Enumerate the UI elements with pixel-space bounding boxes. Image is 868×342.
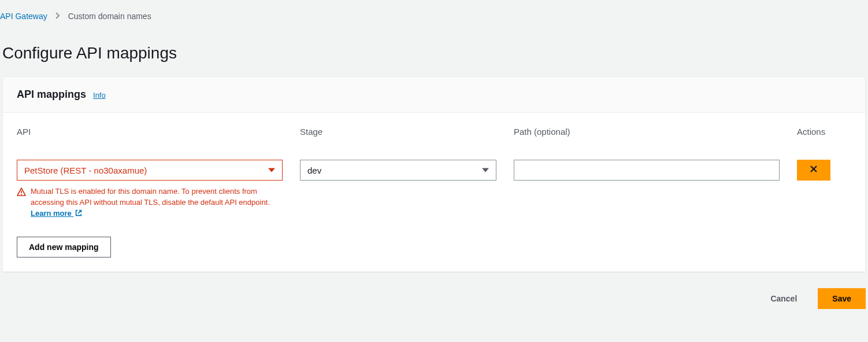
api-select[interactable]: PetStore (REST - no30axamue) bbox=[17, 160, 283, 181]
col-header-stage: Stage bbox=[300, 127, 496, 137]
mtls-warning: Mutual TLS is enabled for this domain na… bbox=[17, 186, 283, 220]
api-mappings-panel: API mappings Info API PetStore (REST - n… bbox=[2, 76, 866, 272]
panel-body: API PetStore (REST - no30axamue) Mut bbox=[3, 113, 865, 271]
path-input[interactable] bbox=[514, 160, 780, 181]
breadcrumb: API Gateway Custom domain names bbox=[0, 0, 868, 27]
column-headers: API PetStore (REST - no30axamue) Mut bbox=[17, 127, 851, 220]
learn-more-link[interactable]: Learn more bbox=[31, 209, 83, 218]
remove-mapping-button[interactable] bbox=[797, 160, 830, 181]
chevron-right-icon bbox=[55, 12, 60, 21]
external-link-icon bbox=[75, 209, 83, 220]
caret-down-icon bbox=[482, 168, 489, 172]
warning-icon bbox=[17, 187, 26, 220]
caret-down-icon bbox=[268, 168, 275, 172]
warning-text-wrap: Mutual TLS is enabled for this domain na… bbox=[31, 186, 283, 220]
page-title: Configure API mappings bbox=[0, 27, 868, 76]
col-header-path: Path (optional) bbox=[514, 127, 780, 137]
info-link[interactable]: Info bbox=[93, 91, 106, 100]
save-button[interactable]: Save bbox=[818, 288, 866, 309]
breadcrumb-current: Custom domain names bbox=[68, 12, 151, 21]
col-header-actions: Actions bbox=[797, 127, 832, 137]
cancel-button[interactable]: Cancel bbox=[759, 288, 808, 309]
stage-select-value: dev bbox=[307, 166, 321, 175]
panel-title: API mappings bbox=[17, 89, 86, 101]
close-icon bbox=[809, 164, 818, 176]
col-header-api: API bbox=[17, 127, 283, 137]
footer-actions: Cancel Save bbox=[0, 272, 868, 325]
svg-line-2 bbox=[79, 210, 81, 213]
stage-select[interactable]: dev bbox=[300, 160, 496, 181]
breadcrumb-root-link[interactable]: API Gateway bbox=[0, 12, 47, 21]
panel-header: API mappings Info bbox=[3, 77, 865, 113]
svg-point-1 bbox=[21, 194, 22, 195]
learn-more-label: Learn more bbox=[31, 209, 72, 218]
warning-text: Mutual TLS is enabled for this domain na… bbox=[31, 187, 270, 207]
add-new-mapping-button[interactable]: Add new mapping bbox=[17, 237, 111, 258]
api-select-value: PetStore (REST - no30axamue) bbox=[24, 166, 147, 175]
